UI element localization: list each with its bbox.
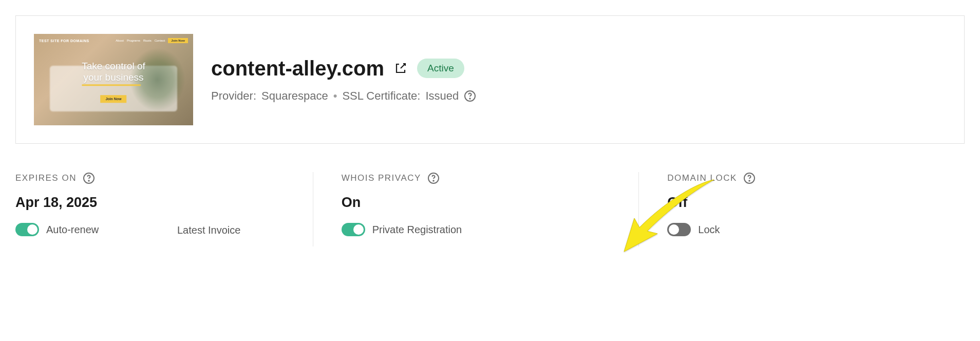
- svg-point-3: [88, 180, 89, 181]
- thumb-nav-item: About: [116, 39, 124, 42]
- external-link-icon[interactable]: [394, 62, 407, 74]
- whois-label: Whois Privacy: [342, 173, 421, 183]
- ssl-label: SSL Certificate:: [342, 89, 420, 103]
- thumb-nav-item: Contact: [155, 39, 165, 42]
- help-icon[interactable]: [464, 90, 476, 102]
- domain-lock-block: Domain Lock Off Lock: [638, 172, 965, 247]
- expires-label: Expires On: [15, 173, 77, 183]
- whois-block: Whois Privacy On Private Registration: [313, 172, 639, 247]
- provider-label: Provider:: [211, 89, 256, 103]
- latest-invoice-link[interactable]: Latest Invoice: [177, 224, 240, 236]
- ssl-value: Issued: [425, 89, 459, 103]
- details-section: Expires On Apr 18, 2025 Auto-renew Lates…: [15, 172, 965, 247]
- lock-label: Lock: [698, 224, 720, 236]
- thumb-cta: Join Now: [168, 38, 188, 43]
- site-thumbnail[interactable]: TEST SITE FOR DOMAINS About Programs Roo…: [34, 34, 193, 125]
- status-badge: Active: [417, 59, 464, 78]
- private-registration-toggle[interactable]: [342, 223, 365, 236]
- private-registration-label: Private Registration: [372, 224, 462, 236]
- domain-lock-label: Domain Lock: [667, 173, 737, 183]
- provider-value: Squarespace: [261, 89, 328, 103]
- auto-renew-toggle[interactable]: [15, 223, 39, 236]
- auto-renew-label: Auto-renew: [46, 224, 99, 236]
- thumb-hero-line2: your business: [83, 72, 143, 83]
- header-info: content-alley.com Active Provider: Squar…: [211, 57, 946, 103]
- help-icon[interactable]: [427, 172, 440, 184]
- svg-point-1: [469, 98, 470, 99]
- expires-block: Expires On Apr 18, 2025 Auto-renew Lates…: [15, 172, 313, 247]
- domain-lock-value: Off: [667, 195, 949, 211]
- svg-point-7: [749, 180, 750, 181]
- thumb-nav-item: Programs: [127, 39, 140, 42]
- thumb-brand: TEST SITE FOR DOMAINS: [39, 39, 89, 43]
- whois-value: On: [342, 195, 624, 211]
- thumb-hero-line1: Take control of: [82, 61, 145, 71]
- domain-name: content-alley.com: [211, 57, 384, 80]
- help-icon[interactable]: [83, 172, 95, 184]
- svg-point-5: [433, 180, 434, 181]
- expires-value: Apr 18, 2025: [15, 195, 297, 211]
- meta-separator: •: [333, 89, 337, 103]
- domain-header-card: TEST SITE FOR DOMAINS About Programs Roo…: [15, 15, 965, 144]
- thumb-hero-btn: Join Now: [100, 95, 126, 103]
- thumb-nav-item: Roots: [143, 39, 152, 42]
- help-icon[interactable]: [743, 172, 756, 184]
- lock-toggle[interactable]: [667, 223, 691, 236]
